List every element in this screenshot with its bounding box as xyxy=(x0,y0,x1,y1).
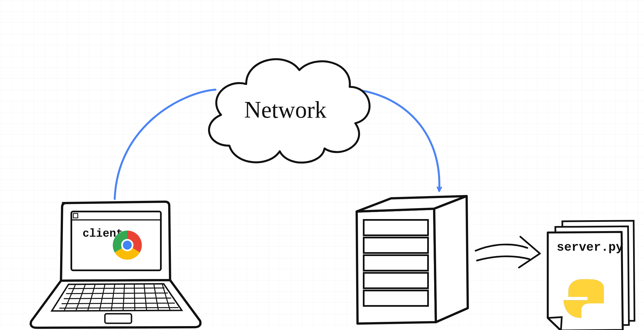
svg-rect-24 xyxy=(364,255,428,271)
server-file-stack: server.py xyxy=(548,221,634,330)
server-file-label: server.py xyxy=(557,240,623,254)
svg-line-18 xyxy=(134,284,135,310)
svg-point-28 xyxy=(593,307,598,312)
cloud-label: Network xyxy=(244,97,326,123)
svg-rect-22 xyxy=(364,220,428,235)
network-cloud: Network xyxy=(209,59,370,162)
svg-rect-26 xyxy=(364,291,428,306)
diagram-svg: Network client xyxy=(0,0,644,330)
svg-rect-25 xyxy=(364,273,428,288)
edge-server-to-file xyxy=(476,237,540,268)
svg-rect-23 xyxy=(364,238,428,253)
svg-point-5 xyxy=(123,241,132,250)
diagram-canvas: Network client xyxy=(0,0,644,330)
server-tower xyxy=(357,196,468,324)
svg-line-7 xyxy=(68,288,164,289)
svg-line-8 xyxy=(66,293,168,294)
chrome-icon xyxy=(113,231,142,260)
client-laptop: client xyxy=(31,202,201,328)
